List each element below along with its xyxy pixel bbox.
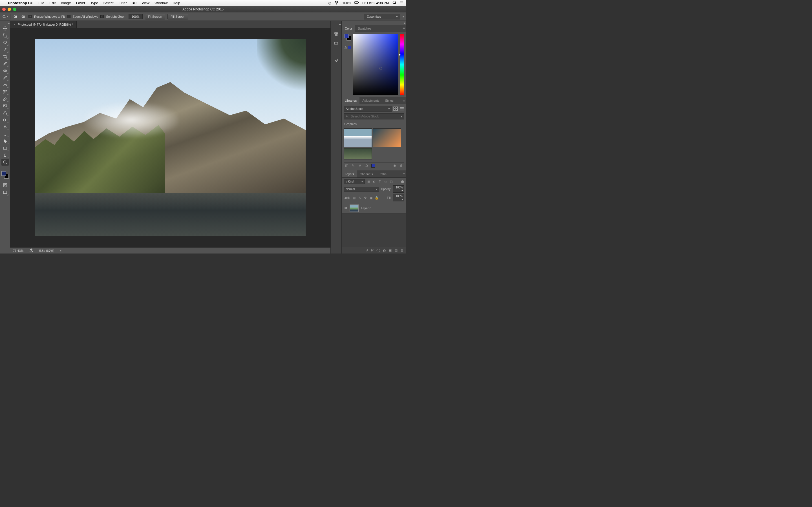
menu-help[interactable]: Help [172, 1, 180, 5]
blend-mode-select[interactable]: Normal [344, 187, 379, 191]
menu-file[interactable]: File [38, 1, 44, 5]
toolbox-expand-icon[interactable]: ▸▸ [8, 22, 9, 25]
color-fgbg-swatch[interactable] [344, 34, 351, 41]
grid-view-icon[interactable] [393, 107, 398, 111]
menu-window[interactable]: Window [154, 1, 167, 5]
close-tab-icon[interactable]: × [13, 22, 15, 26]
library-select[interactable]: Adobe Stock [344, 106, 392, 112]
zoom-all-checkbox[interactable] [67, 15, 70, 18]
filter-shape-icon[interactable]: ▭ [384, 180, 388, 183]
hand-tool[interactable]: ◢ [1, 152, 9, 159]
filter-toggle-icon[interactable]: ⬤ [400, 180, 404, 183]
tab-paths[interactable]: Paths [376, 170, 389, 177]
menu-3d[interactable]: 3D [132, 1, 137, 5]
lock-position-icon[interactable]: ✥ [363, 196, 367, 200]
menu-type[interactable]: Type [90, 1, 98, 5]
fill-input[interactable]: 100% ▾ [393, 194, 404, 202]
websafe-swatch[interactable] [348, 46, 351, 49]
lock-transparency-icon[interactable]: ▦ [352, 196, 356, 200]
menu-view[interactable]: View [142, 1, 149, 5]
brush-tool[interactable]: ◢ [1, 74, 9, 81]
dodge-tool[interactable]: ◢ [1, 117, 9, 123]
fill-screen-button[interactable]: Fill Screen [167, 14, 188, 19]
layer-visibility-icon[interactable]: 👁 [344, 207, 347, 210]
menu-image[interactable]: Image [61, 1, 71, 5]
lock-artboard-icon[interactable]: ▣ [369, 196, 373, 200]
canvas-viewport[interactable] [10, 28, 331, 247]
rectangle-tool[interactable]: ◢ [1, 145, 9, 152]
current-tool-icon[interactable]: ▾ [2, 14, 8, 19]
filter-smart-icon[interactable]: ◫ [389, 180, 393, 183]
battery-icon[interactable] [354, 0, 359, 6]
pen-tool[interactable]: ◢ [1, 124, 9, 130]
properties-panel-icon[interactable] [333, 40, 340, 46]
color-panel-menu-icon[interactable]: ≡ [403, 26, 405, 31]
share-icon[interactable] [29, 248, 34, 253]
layers-panel-menu-icon[interactable]: ≡ [403, 172, 405, 176]
layer-name[interactable]: Layer 0 [361, 207, 371, 210]
filter-pixel-icon[interactable]: ▦ [366, 180, 370, 183]
filter-adjustment-icon[interactable]: ◐ [372, 180, 376, 183]
panels-collapse-icon[interactable]: ▸▸ [404, 21, 405, 24]
delete-layer-icon[interactable]: 🗑 [400, 248, 404, 252]
quick-mask-tool[interactable] [1, 182, 9, 189]
adjustment-layer-icon[interactable]: ◐ [383, 248, 386, 252]
opacity-input[interactable]: 100% ▾ [393, 185, 404, 193]
add-character-style-icon[interactable]: A [358, 164, 362, 168]
layer-row[interactable]: 👁 Layer 0 [342, 203, 406, 214]
tab-channels[interactable]: Channels [357, 170, 375, 177]
layer-thumbnail[interactable] [350, 205, 359, 212]
spotlight-icon[interactable] [392, 0, 397, 6]
layer-mask-icon[interactable]: ◯ [376, 248, 380, 252]
cc-sync-icon[interactable]: ◎ [328, 1, 331, 5]
brush-presets-panel-icon[interactable] [333, 58, 340, 64]
status-timing[interactable]: 5.8s (67%) [39, 249, 54, 252]
tab-color[interactable]: Color [342, 25, 355, 32]
library-asset[interactable] [344, 128, 372, 147]
gradient-tool[interactable]: ◢ [1, 103, 9, 109]
hue-slider[interactable]: ▶ [400, 34, 404, 95]
menu-filter[interactable]: Filter [119, 1, 127, 5]
healing-brush-tool[interactable]: ◢ [1, 67, 9, 74]
filter-type-icon[interactable]: T [378, 180, 382, 183]
zoom-out-icon[interactable] [20, 14, 26, 19]
lock-all-icon[interactable]: 🔒 [375, 196, 378, 200]
zoom-in-icon[interactable] [13, 14, 18, 19]
marquee-tool[interactable]: ◢ [1, 32, 9, 39]
list-view-icon[interactable] [399, 107, 404, 111]
datetime[interactable]: Fri Oct 2 4:38 PM [362, 1, 389, 5]
type-tool[interactable]: ◢ [1, 131, 9, 137]
clone-stamp-tool[interactable]: ◢ [1, 81, 9, 88]
status-zoom[interactable]: 77.43% [13, 249, 23, 252]
eyedropper-tool[interactable]: ◢ [1, 60, 9, 67]
color-field[interactable] [353, 34, 398, 95]
lasso-tool[interactable]: ◢ [1, 39, 9, 46]
lock-pixels-icon[interactable]: ✎ [358, 196, 362, 200]
zoom-tool[interactable] [1, 159, 9, 166]
libraries-panel-menu-icon[interactable]: ≡ [403, 98, 405, 103]
fit-screen-button[interactable]: Fit Screen [145, 14, 165, 19]
history-panel-icon[interactable] [333, 31, 340, 37]
layer-filter-kind[interactable]: ⌕Kind [344, 179, 365, 184]
add-layer-style-icon[interactable]: fx [364, 164, 369, 168]
gamut-warning-icon[interactable]: ⚠ [344, 46, 347, 49]
tab-swatches[interactable]: Swatches [355, 25, 374, 32]
delete-asset-icon[interactable]: 🗑 [399, 164, 404, 168]
link-layers-icon[interactable]: ⇄ [365, 248, 368, 252]
status-flyout-icon[interactable]: ▸ [60, 249, 62, 252]
menu-edit[interactable]: Edit [49, 1, 56, 5]
layer-group-icon[interactable]: ▣ [389, 248, 392, 252]
move-tool[interactable] [1, 25, 9, 32]
new-layer-icon[interactable]: ▤ [395, 248, 398, 252]
layer-effects-icon[interactable]: fx [371, 248, 373, 252]
foreground-background-colors[interactable] [1, 171, 9, 179]
menu-layer[interactable]: Layer [76, 1, 86, 5]
screen-mode-tool[interactable]: ◢ [1, 189, 9, 196]
menu-select[interactable]: Select [103, 1, 113, 5]
zoom-percent-input[interactable]: 100% [129, 14, 143, 19]
menu-extras-icon[interactable]: ☰ [400, 1, 403, 5]
crop-tool[interactable]: ◢ [1, 53, 9, 60]
tab-styles[interactable]: Styles [382, 97, 396, 104]
path-selection-tool[interactable]: ◢ [1, 138, 9, 145]
wifi-icon[interactable] [335, 0, 339, 6]
